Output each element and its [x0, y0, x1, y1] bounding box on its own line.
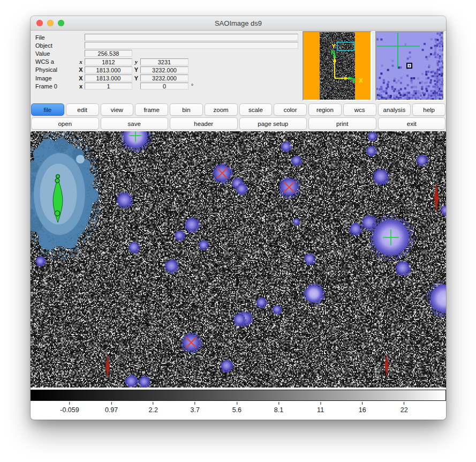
colorbar-tick-16: 16	[359, 402, 366, 414]
menu-button-edit[interactable]: edit	[66, 103, 99, 116]
colorbar-tick-3.7: 3.7	[191, 402, 200, 414]
object-row: Object	[31, 41, 298, 49]
object-field	[85, 42, 298, 49]
action-button-exit[interactable]: exit	[378, 117, 446, 130]
menu-button-color[interactable]: color	[274, 103, 307, 116]
magnifier-canvas[interactable]	[376, 32, 443, 100]
frame-row: Frame 0 x 1 0 °	[31, 82, 298, 90]
image-y-sublabel: Y	[132, 75, 140, 81]
panner[interactable]	[303, 31, 372, 101]
file-field	[85, 34, 298, 41]
action-button-save[interactable]: save	[101, 117, 169, 130]
wcs-x-field: 1812	[85, 58, 132, 65]
physical-label: Physical	[31, 66, 77, 73]
maximize-button[interactable]	[58, 20, 64, 26]
wcs-label: WCS a	[31, 58, 77, 65]
image-x-field: 1813.000	[85, 74, 132, 81]
menu-button-zoom[interactable]: zoom	[205, 103, 238, 116]
info-panel: File Object Value 256.538 WCS a x 1812 y…	[31, 31, 446, 101]
traffic-lights	[36, 20, 64, 26]
tick-mark	[69, 402, 70, 405]
physical-x-field: 1813.000	[85, 66, 132, 73]
tick-label: -0.059	[60, 406, 79, 414]
colorbar-tick-22: 22	[401, 402, 408, 414]
value-row: Value 256.538	[31, 49, 298, 57]
coordinate-readout: File Object Value 256.538 WCS a x 1812 y…	[31, 33, 298, 90]
menu-button-wcs[interactable]: wcs	[343, 103, 376, 116]
object-label: Object	[31, 42, 77, 49]
wcs-y-field: 3231	[140, 58, 188, 65]
tick-label: 8.1	[274, 406, 283, 414]
menu-button-view[interactable]: view	[101, 103, 134, 116]
wcs-row: WCS a x 1812 y 3231	[31, 58, 298, 66]
menu-button-analysis[interactable]: analysis	[378, 103, 411, 116]
menu-button-frame[interactable]: frame	[135, 103, 168, 116]
panner-canvas[interactable]	[304, 32, 371, 100]
tick-mark	[153, 402, 154, 405]
value-label: Value	[31, 50, 77, 57]
menu-button-region[interactable]: region	[308, 103, 342, 116]
tick-label: 3.7	[191, 406, 200, 414]
colorbar-tick-5.6: 5.6	[232, 402, 241, 414]
tick-mark	[111, 402, 112, 405]
physical-row: Physical X 1813.000 Y 3232.000	[31, 66, 298, 74]
tick-label: 5.6	[232, 406, 241, 414]
tick-mark	[362, 402, 362, 405]
physical-y-sublabel: Y	[132, 66, 140, 73]
menu-button-row: fileeditviewframebinzoomscalecolorregion…	[31, 103, 446, 116]
file-label: File	[31, 34, 77, 41]
colorbar-tick--0.059: -0.059	[60, 402, 79, 414]
wcs-x-sublabel: x	[77, 58, 85, 65]
wcs-y-sublabel: y	[132, 58, 140, 65]
magnifier[interactable]	[375, 31, 444, 101]
tick-mark	[404, 402, 404, 405]
menu-button-file[interactable]: file	[31, 103, 64, 116]
colorbar-tick-11: 11	[317, 402, 324, 414]
colorbar-gradient[interactable]	[31, 390, 446, 401]
colorbar-ticks: -0.0590.972.23.75.68.1111622	[31, 401, 446, 420]
frame-x-sublabel: x	[77, 83, 85, 90]
tick-label: 22	[401, 406, 408, 414]
tick-mark	[278, 402, 279, 405]
menu-button-scale[interactable]: scale	[239, 103, 273, 116]
frame-rotate-field: 0	[140, 83, 188, 90]
titlebar: SAOImage ds9	[31, 16, 446, 31]
tick-label: 0.97	[105, 406, 118, 414]
menu-button-bin[interactable]: bin	[170, 103, 203, 116]
frame-label: Frame 0	[31, 83, 77, 90]
physical-y-field: 3232.000	[140, 66, 188, 73]
tick-label: 2.2	[148, 406, 157, 414]
tick-label: 16	[359, 406, 366, 414]
colorbar-tick-0.97: 0.97	[105, 402, 118, 414]
image-display[interactable]	[31, 131, 446, 388]
minimize-button[interactable]	[47, 20, 54, 26]
file-row: File	[31, 33, 298, 41]
image-x-sublabel: X	[77, 75, 85, 81]
close-button[interactable]	[36, 20, 43, 26]
file-action-row: opensaveheaderpage setupprintexit	[31, 117, 446, 130]
action-button-print[interactable]: print	[308, 117, 376, 130]
tick-mark	[237, 402, 237, 405]
action-button-header[interactable]: header	[170, 117, 238, 130]
colorbar: -0.0590.972.23.75.68.1111622	[31, 388, 446, 420]
tick-mark	[320, 402, 321, 405]
action-button-page-setup[interactable]: page setup	[239, 117, 307, 130]
frame-zoom-field: 1	[85, 83, 132, 90]
tick-mark	[195, 402, 195, 405]
ds9-window: SAOImage ds9 File Object Value 256.538 W…	[31, 16, 446, 420]
menu-button-help[interactable]: help	[412, 103, 445, 116]
value-field: 256.538	[85, 50, 132, 57]
degree-symbol: °	[191, 83, 193, 89]
image-label: Image	[31, 75, 77, 81]
physical-x-sublabel: X	[77, 66, 85, 73]
action-button-open[interactable]: open	[31, 117, 99, 130]
colorbar-tick-8.1: 8.1	[274, 402, 283, 414]
image-display-area	[31, 131, 446, 388]
window-title: SAOImage ds9	[215, 19, 262, 27]
tick-label: 11	[317, 406, 324, 414]
image-row: Image X 1813.000 Y 3232.000	[31, 74, 298, 82]
colorbar-tick-2.2: 2.2	[148, 402, 157, 414]
image-y-field: 3232.000	[140, 74, 188, 81]
